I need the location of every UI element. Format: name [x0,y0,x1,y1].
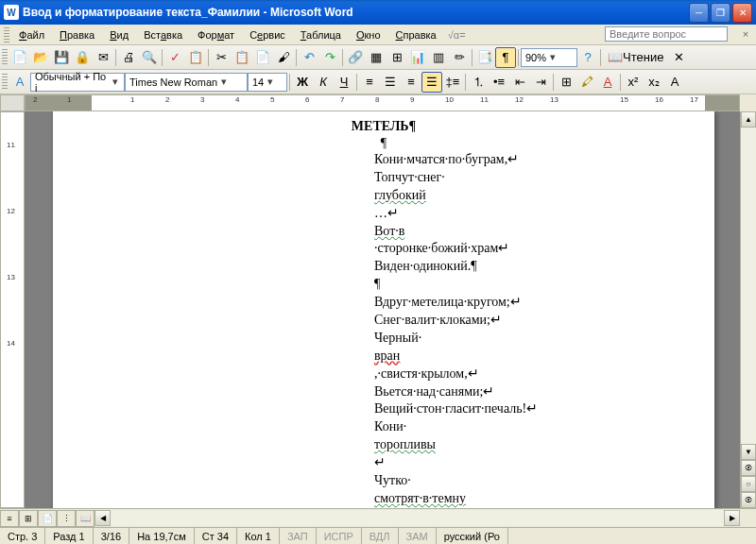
poem-block[interactable]: Кони·мчатся·по·буграм,↵ Топчут·снег·глуб… [374,151,639,508]
menu-tools[interactable]: Сервис [242,27,293,42]
poem-line[interactable]: ¶ [374,276,639,294]
poem-line[interactable]: Виден·одинокий.¶ [374,258,639,276]
italic-button[interactable]: К [313,72,334,93]
empty-para[interactable]: ¶ [129,136,639,151]
poem-line[interactable]: Кони·мчатся·по·буграм,↵ [374,151,639,169]
save-button[interactable]: 💾 [51,47,72,68]
menu-window[interactable]: Окно [349,27,388,42]
menu-close-button[interactable]: × [739,28,752,42]
status-section[interactable]: Разд 1 [45,528,93,544]
poem-line[interactable]: Вьется·над·санями;↵ [374,383,639,401]
close-button[interactable]: ✕ [732,3,752,23]
menu-view[interactable]: Вид [102,27,136,42]
bullets-button[interactable]: •≡ [489,72,509,93]
web-view-button[interactable]: ⊞ [19,510,38,527]
grip[interactable] [2,74,8,91]
lang-button[interactable]: A [664,72,685,93]
highlight-button[interactable]: 🖍 [576,72,597,93]
browse-object-button[interactable]: ○ [741,476,756,492]
status-ext[interactable]: ВДЛ [362,528,399,544]
columns-button[interactable]: ▥ [428,47,449,68]
tables-borders-button[interactable]: ▦ [366,47,387,68]
status-ovr[interactable]: ЗАМ [399,528,437,544]
poem-line[interactable]: Вот·в·сторонке·божий·храм↵ [374,223,639,259]
decrease-indent-button[interactable]: ⇤ [509,72,530,93]
underline-button[interactable]: Ч [334,72,354,93]
doc-title[interactable]: МЕТЕЛЬ¶ [129,119,639,134]
style-combo[interactable]: Обычный + По і▾ [30,73,125,92]
status-line[interactable]: Ст 34 [195,528,237,544]
poem-line[interactable]: Снег·валит·клоками;↵ [374,312,639,330]
prev-page-button[interactable]: ⦿ [741,460,756,476]
drawing-button[interactable]: ✏ [449,47,470,68]
minimize-button[interactable]: ─ [689,3,709,23]
outline-view-button[interactable]: ⋮ [57,510,76,527]
redo-button[interactable]: ↷ [319,47,340,68]
vertical-scrollbar[interactable]: ▲ ▼ ⦿ ○ ⦿ [740,111,756,508]
status-trk[interactable]: ИСПР [317,528,362,544]
status-column[interactable]: Кол 1 [237,528,280,544]
status-page[interactable]: Стр. 3 [0,528,45,544]
excel-button[interactable]: 📊 [407,47,428,68]
menu-format[interactable]: Формат [190,27,242,42]
status-lang[interactable]: русский (Ро [437,528,508,544]
poem-line[interactable]: Черный·вран,·свистя·крылом,↵ [374,330,639,383]
font-color-button[interactable]: A [597,72,618,93]
menu-file[interactable]: Файл [11,27,52,42]
grip[interactable] [2,49,8,66]
doc-map-button[interactable]: 📑 [474,47,495,68]
superscript-button[interactable]: x² [623,72,644,93]
scroll-right-button[interactable]: ▶ [724,510,740,526]
poem-line[interactable]: Вещий·стон·гласит·печаль!↵ [374,400,639,418]
status-position[interactable]: На 19,7см [129,528,195,544]
permission-button[interactable]: 🔒 [72,47,93,68]
horizontal-ruler[interactable]: 2 1 1 2 3 4 5 6 7 8 9 10 11 12 13 15 16 … [25,94,740,111]
poem-line[interactable]: Вдруг·метелица·кругом;↵ [374,294,639,312]
size-combo[interactable]: 14▾ [248,73,287,92]
hyperlink-button[interactable]: 🔗 [345,47,366,68]
numbering-button[interactable]: ⒈ [468,72,489,93]
status-rec[interactable]: ЗАП [280,528,317,544]
scroll-up-button[interactable]: ▲ [741,111,756,128]
copy-button[interactable]: 📋 [232,47,252,68]
align-justify-button[interactable]: ☰ [421,72,442,93]
menu-edit[interactable]: Правка [52,27,102,42]
help-button[interactable]: ? [577,47,598,68]
next-page-button[interactable]: ⦿ [741,492,756,508]
email-button[interactable]: ✉ [93,47,113,68]
line-spacing-button[interactable]: ‡≡ [442,72,463,93]
cut-button[interactable]: ✂ [211,47,232,68]
scroll-left-button[interactable]: ◀ [94,510,111,526]
reading-view-button[interactable]: 📖 [76,510,94,527]
menu-insert[interactable]: Вставка [136,27,190,42]
subscript-button[interactable]: x₂ [644,72,664,93]
align-left-button[interactable]: ≡ [359,72,380,93]
paste-button[interactable]: 📄 [252,47,273,68]
zoom-combo[interactable]: 90%▾ [521,48,577,67]
print-preview-button[interactable]: 🔍 [139,47,160,68]
borders-button[interactable]: ⊞ [556,72,576,93]
align-center-button[interactable]: ☰ [380,72,401,93]
normal-view-button[interactable]: ≡ [0,510,19,527]
undo-button[interactable]: ↶ [299,47,319,68]
poem-line[interactable]: Чутко·смотрят·в·темну·даль,↵ [374,472,639,508]
maximize-button[interactable]: ❐ [711,3,730,23]
menu-help[interactable]: Справка [388,27,444,42]
grip[interactable] [4,27,9,42]
vertical-ruler[interactable]: 11 12 13 14 [0,111,25,508]
scroll-down-button[interactable]: ▼ [741,444,756,460]
close-reading-button[interactable]: ✕ [668,47,689,68]
document-page[interactable]: МЕТЕЛЬ¶ ¶ Кони·мчатся·по·буграм,↵ Топчут… [53,111,714,508]
read-mode-button[interactable]: 📖 Чтение [603,47,668,68]
menu-table[interactable]: Таблица [293,27,349,42]
status-pages[interactable]: 3/16 [94,528,129,544]
styles-pane-button[interactable]: A [9,72,30,93]
horizontal-scrollbar[interactable]: ◀ ▶ [94,510,740,526]
format-painter-button[interactable]: 🖌 [273,47,294,68]
research-button[interactable]: 📋 [185,47,206,68]
document-area[interactable]: МЕТЕЛЬ¶ ¶ Кони·мчатся·по·буграм,↵ Топчут… [25,111,740,508]
print-button[interactable]: 🖨 [118,47,139,68]
poem-line[interactable]: Топчут·снег·глубокий…↵ [374,169,639,223]
spellcheck-button[interactable]: ✓ [164,47,185,68]
open-button[interactable]: 📂 [30,47,51,68]
